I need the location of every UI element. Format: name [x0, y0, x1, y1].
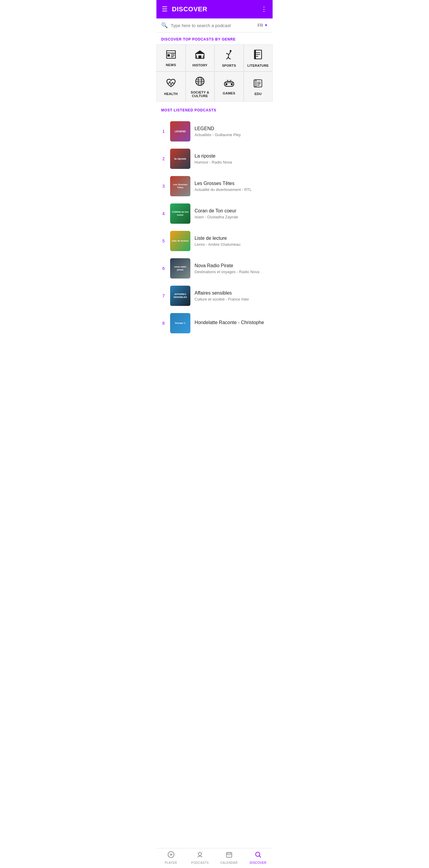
podcast-subtitle: Actualités - Guillaume Pley [194, 132, 268, 137]
edu-label: EDU [254, 92, 262, 96]
genre-grid: NEWS HISTORY [156, 44, 273, 101]
hamburger-icon[interactable]: ☰ [162, 6, 168, 12]
podcast-thumbnail: nova radio pirate [170, 258, 190, 279]
svg-rect-21 [254, 50, 256, 59]
podcast-thumbnail: AFFAIRES SENSIBLES [170, 286, 190, 306]
discover-icon [255, 851, 261, 860]
svg-marker-37 [171, 854, 173, 856]
podcast-info: Nova Radio Pirate Destinations et voyage… [194, 263, 268, 274]
svg-line-13 [226, 53, 229, 55]
podcast-item[interactable]: 3 Les Grosses Têtes Les Grosses Têtes Ac… [156, 173, 273, 200]
podcast-subtitle: Actualité du divertissement - RTL [194, 187, 268, 192]
player-icon [168, 851, 174, 860]
podcasts-section-heading: MOST LISTENED PODCASTS [156, 103, 273, 115]
news-label: NEWS [166, 63, 176, 67]
podcast-thumbnail: CORAN de ton coeur [170, 204, 190, 224]
sports-icon [225, 50, 234, 61]
podcast-subtitle: Livres - Ambre Chalumeau [194, 242, 268, 247]
genre-item-edu[interactable]: EDU [244, 72, 273, 101]
health-label: HEALTH [164, 92, 178, 96]
podcast-info: Affaires sensibles Culture et société - … [194, 290, 268, 302]
podcast-info: Liste de lecture Livres - Ambre Chalumea… [194, 236, 268, 247]
podcast-rank: 5 [161, 239, 166, 243]
genre-item-health[interactable]: HEALTH [157, 72, 186, 101]
podcast-item[interactable]: 7 AFFAIRES SENSIBLES Affaires sensibles … [156, 282, 273, 309]
nav-item-podcasts[interactable]: PODCASTS [186, 848, 215, 868]
podcast-item[interactable]: 6 nova radio pirate Nova Radio Pirate De… [156, 255, 273, 282]
svg-line-40 [198, 853, 198, 854]
chevron-down-icon: ▼ [264, 23, 268, 27]
literature-icon [254, 50, 262, 61]
search-input[interactable] [171, 23, 254, 28]
genre-item-sports[interactable]: SPORTS [215, 45, 244, 71]
page-title: DISCOVER [172, 5, 207, 13]
podcast-item[interactable]: 2 la riposte La riposte Humour - Radio N… [156, 145, 273, 173]
svg-rect-8 [198, 55, 202, 58]
genre-item-literature[interactable]: LITERATURE [244, 45, 273, 71]
games-icon [224, 80, 235, 89]
podcast-info: La riposte Humour - Radio Nova [194, 153, 268, 164]
genre-item-games[interactable]: GAMES [215, 72, 244, 101]
sports-label: SPORTS [222, 64, 236, 67]
podcast-title: Affaires sensibles [194, 290, 268, 296]
genre-section-heading: DISCOVER TOP PODCASTS BY GENRE [156, 32, 273, 44]
svg-rect-30 [231, 84, 233, 85]
nav-item-player[interactable]: PLAYER [156, 848, 186, 868]
podcast-info: Coran de Ton coeur Islam - Oustadha Zayn… [194, 208, 268, 219]
svg-line-12 [229, 52, 231, 55]
podcast-rank: 4 [161, 211, 166, 216]
podcast-item[interactable]: 5 liste de lecture Liste de lecture Livr… [156, 227, 273, 255]
language-selector[interactable]: FR ▼ [257, 23, 268, 28]
podcast-item[interactable]: 1 LEGEND LEGEND Actualités - Guillaume P… [156, 118, 273, 145]
podcast-title: Nova Radio Pirate [194, 263, 268, 268]
podcast-info: Les Grosses Têtes Actualité du divertiss… [194, 181, 268, 192]
search-icon: 🔍 [161, 22, 168, 29]
podcast-title: Coran de Ton coeur [194, 208, 268, 214]
podcast-title: Les Grosses Têtes [194, 181, 268, 186]
language-label: FR [257, 23, 263, 28]
podcast-info: Hondelatte Raconte - Christophe [194, 320, 268, 327]
podcast-rank: 8 [161, 321, 166, 326]
nav-label-player: PLAYER [165, 861, 177, 864]
podcast-rank: 6 [161, 266, 166, 271]
genre-item-society[interactable]: SOCIETY & CULTURE [186, 72, 215, 101]
podcast-info: LEGEND Actualités - Guillaume Pley [194, 126, 268, 137]
podcast-thumbnail: Europe 1 [170, 313, 190, 333]
games-label: GAMES [223, 91, 235, 95]
history-icon [195, 50, 205, 61]
nav-label-podcasts: PODCASTS [191, 861, 209, 864]
bottom-nav: PLAYER PODCASTS CALEND [156, 848, 273, 868]
podcast-item[interactable]: 4 CORAN de ton coeur Coran de Ton coeur … [156, 200, 273, 227]
svg-rect-29 [225, 84, 227, 85]
podcast-item[interactable]: 8 Europe 1 Hondelatte Raconte - Christop… [156, 309, 273, 337]
svg-rect-2 [167, 54, 170, 57]
podcast-rank: 1 [161, 129, 166, 134]
search-bar: 🔍 FR ▼ [156, 19, 273, 32]
podcast-title: La riposte [194, 153, 268, 159]
genre-item-news[interactable]: NEWS [157, 45, 186, 71]
podcast-title: Liste de lecture [194, 236, 268, 241]
podcast-rank: 2 [161, 156, 166, 161]
more-options-icon[interactable]: ⋮ [261, 5, 267, 13]
svg-line-15 [226, 58, 228, 59]
society-label: SOCIETY & CULTURE [188, 91, 212, 98]
app-header: ☰ DISCOVER ⋮ [156, 0, 273, 19]
svg-line-50 [259, 856, 261, 857]
svg-line-14 [228, 55, 229, 58]
nav-item-calendar[interactable]: CALENDAR [214, 848, 244, 868]
svg-line-16 [228, 58, 231, 59]
history-label: HISTORY [192, 63, 207, 67]
podcast-subtitle: Destinations et voyages - Radio Nova [194, 270, 268, 274]
literature-label: LITERATURE [247, 64, 269, 67]
podcast-subtitle: Humour - Radio Nova [194, 160, 268, 164]
podcast-thumbnail: LEGEND [170, 121, 190, 142]
svg-point-38 [198, 852, 202, 856]
news-icon [166, 50, 176, 61]
podcasts-icon [196, 851, 203, 860]
podcast-title: LEGEND [194, 126, 268, 131]
nav-item-discover[interactable]: DISCOVER [244, 848, 273, 868]
main-content: 🔍 FR ▼ DISCOVER TOP PODCASTS BY GENRE NE… [156, 19, 273, 360]
genre-item-history[interactable]: HISTORY [186, 45, 215, 71]
podcast-list: 1 LEGEND LEGEND Actualités - Guillaume P… [156, 115, 273, 339]
podcast-title: Hondelatte Raconte - Christophe [194, 320, 268, 325]
